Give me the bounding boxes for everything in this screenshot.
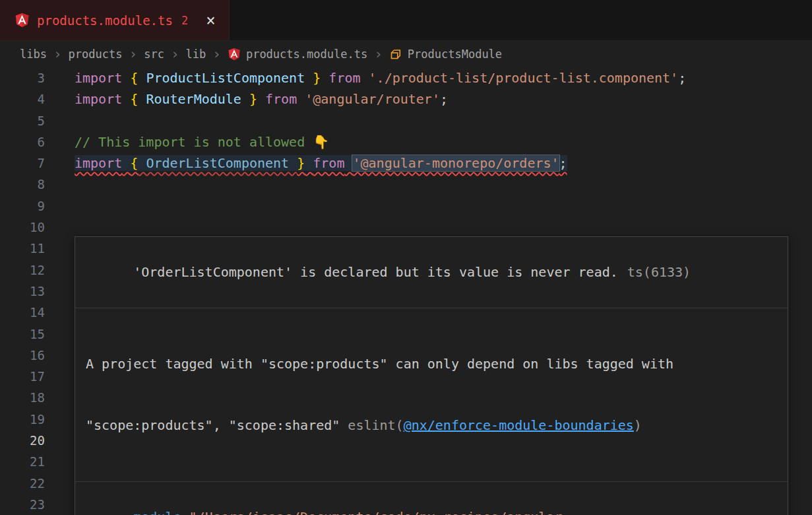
code-line-10[interactable]: 10 [0,217,812,238]
line-content [45,195,812,217]
eslint-source-prefix: eslint( [348,417,403,433]
code-token: 👇 [313,134,329,150]
code-token [122,70,130,86]
line-number: 4 [0,88,45,110]
breadcrumb-item-products[interactable]: products [69,48,123,61]
line-number: 18 [0,387,45,408]
code-token: } [313,70,321,86]
line-number: 7 [0,153,45,174]
breadcrumb-label: ProductsModule [408,48,502,61]
ts-error-message: 'OrderListComponent' is declared but its… [133,264,618,280]
breadcrumb-item-libs[interactable]: libs [20,48,47,61]
angular-file-icon [15,13,30,28]
chevron-right-icon: › [129,48,139,61]
angular-icon [228,48,241,61]
code-token: // This import is not allowed [75,134,313,150]
code-token: from [313,155,344,171]
eslint-source-suffix: ) [634,417,642,433]
chevron-right-icon: › [53,48,63,61]
code-token: import [75,70,122,86]
code-line-6[interactable]: 6// This import is not allowed 👇 [0,131,812,153]
code-token: } [249,91,257,107]
line-number: 3 [0,67,45,88]
hover-eslint-error: A project tagged with "scope:products" c… [75,308,788,482]
module-keyword: module [133,509,189,515]
hover-popup: 'OrderListComponent' is declared but its… [75,236,788,515]
eslint-error-line1: A project tagged with "scope:products" c… [86,354,777,374]
breadcrumb-label: libs [20,48,47,61]
line-number: 6 [0,131,45,153]
eslint-error-line2: "scope:products", "scope:shared" eslint(… [86,415,777,436]
line-content [45,174,812,195]
code-token: from [328,70,360,86]
code-token: { [130,70,138,86]
code-token: '@angular-monorepo/orders' [352,155,559,171]
line-number: 13 [0,281,45,302]
code-token [122,91,130,107]
hover-ts-error: 'OrderListComponent' is declared but its… [75,237,788,308]
line-content: import { OrderListComponent } from '@ang… [45,153,812,174]
code-token: } [297,155,305,171]
code-token: ProductListComponent [138,70,313,86]
code-token [361,70,369,86]
breadcrumb-item-src[interactable]: src [144,48,164,61]
breadcrumb-item-lib[interactable]: lib [186,48,206,61]
code-token: ; [678,70,686,86]
close-icon[interactable]: × [206,13,215,28]
code-line-5[interactable]: 5 [0,110,812,131]
code-token [344,155,352,171]
line-number: 22 [0,473,45,494]
line-content [45,110,812,131]
symbol-class-icon [389,48,402,61]
ts-error-code: ts(6133) [627,264,691,280]
code-token: ; [440,91,448,107]
error-squiggle-range: import { OrderListComponent } from '@ang… [75,155,567,171]
tab-problem-count-badge: 2 [181,14,188,27]
breadcrumb: libs›products›src›lib› products.module.t… [0,41,812,67]
line-content: import { RouterModule } from '@angular/r… [45,88,812,110]
code-token: import [75,91,122,107]
code-line-3[interactable]: 3import { ProductListComponent } from '.… [0,67,812,88]
code-token [122,155,130,171]
code-token: ; [559,155,567,171]
eslint-rule-link[interactable]: @nx/enforce-module-boundaries [404,417,634,433]
line-number: 23 [0,494,45,515]
line-number: 15 [0,324,45,345]
eslint-error-text: "scope:products", "scope:shared" [86,417,348,433]
code-token: import [75,155,122,171]
line-number: 11 [0,238,45,259]
breadcrumb-label: src [144,48,164,61]
code-token [257,91,265,107]
code-token: RouterModule [138,91,249,107]
tab-title: products.module.ts [37,13,173,28]
breadcrumb-item-products-module-ts[interactable]: products.module.ts [228,48,367,61]
code-token: OrderListComponent [138,155,297,171]
code-token: { [130,155,138,171]
line-number: 9 [0,195,45,217]
line-content: import { ProductListComponent } from './… [45,67,812,88]
module-path-line1: "/Users/isaac/Documents/code/nx-recipes/… [189,509,571,515]
breadcrumb-label: lib [186,48,206,61]
line-number: 19 [0,409,45,430]
line-number: 21 [0,451,45,472]
code-token: from [265,91,297,107]
code-token: '@angular/router' [305,91,440,107]
editor[interactable]: 3import { ProductListComponent } from '.… [0,67,812,515]
line-number: 17 [0,366,45,387]
code-line-7[interactable]: 7import { OrderListComponent } from '@an… [0,153,812,174]
line-number: 10 [0,217,45,238]
code-line-8[interactable]: 8 [0,174,812,195]
code-line-9[interactable]: 9 [0,195,812,217]
line-number: 16 [0,345,45,366]
code-line-4[interactable]: 4import { RouterModule } from '@angular/… [0,88,812,110]
tab-products-module-ts[interactable]: products.module.ts 2 × [0,0,230,40]
code-token: './product-list/product-list.component' [369,70,679,86]
code-token [297,91,305,107]
line-number: 20 [0,430,45,451]
line-content [45,217,812,238]
tab-bar: products.module.ts 2 × [0,0,812,41]
chevron-right-icon: › [212,48,222,61]
breadcrumb-item-productsmodule[interactable]: ProductsModule [389,48,502,61]
code-token [321,70,328,86]
breadcrumb-label: products [69,48,123,61]
